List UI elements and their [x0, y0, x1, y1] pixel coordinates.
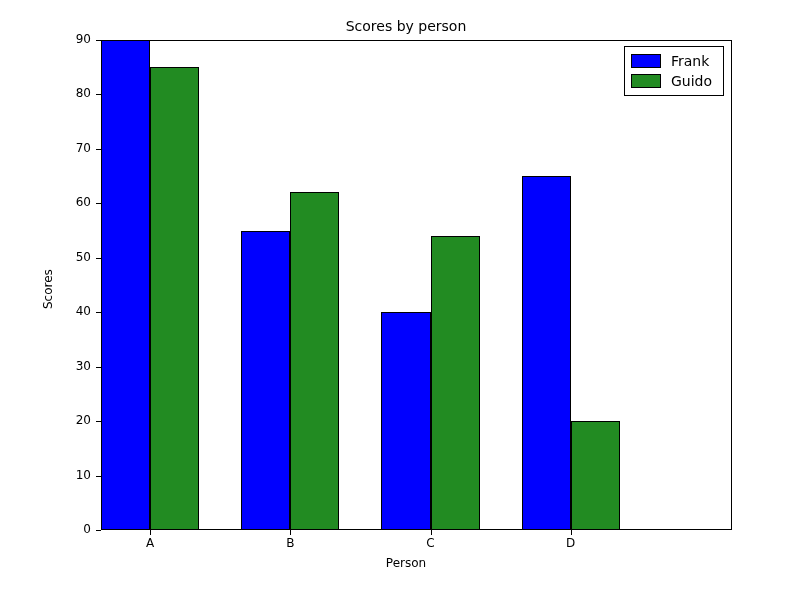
chart-title: Scores by person — [0, 18, 812, 34]
y-tick — [96, 530, 101, 531]
legend-swatch-icon — [631, 54, 661, 68]
x-tick — [150, 530, 151, 535]
y-tick-label: 90 — [59, 32, 91, 46]
legend-swatch-icon — [631, 74, 661, 88]
bar-guido-A — [150, 67, 199, 530]
y-tick-label: 20 — [59, 413, 91, 427]
x-tick-label: A — [130, 536, 170, 550]
bar-guido-C — [431, 236, 480, 530]
bar-frank-C — [381, 312, 430, 530]
bar-frank-A — [101, 40, 150, 530]
bar-guido-D — [571, 421, 620, 530]
y-tick-label: 50 — [59, 250, 91, 264]
x-tick-label: B — [270, 536, 310, 550]
legend-item: Guido — [631, 71, 717, 91]
bar-frank-B — [241, 231, 290, 530]
y-tick-label: 60 — [59, 195, 91, 209]
y-axis-label: Scores — [41, 269, 55, 309]
y-tick-label: 30 — [59, 359, 91, 373]
y-tick-label: 40 — [59, 304, 91, 318]
y-tick-label: 70 — [59, 141, 91, 155]
bar-frank-D — [522, 176, 571, 530]
chart-figure: Scores by person Scores Person FrankGuid… — [0, 0, 812, 612]
y-tick — [96, 40, 101, 41]
y-tick — [96, 149, 101, 150]
y-tick — [96, 203, 101, 204]
x-tick — [571, 530, 572, 535]
y-tick — [96, 94, 101, 95]
y-tick-label: 0 — [59, 522, 91, 536]
y-tick-label: 80 — [59, 86, 91, 100]
x-tick — [431, 530, 432, 535]
legend-label: Guido — [671, 73, 712, 89]
y-tick — [96, 421, 101, 422]
y-tick-label: 10 — [59, 468, 91, 482]
legend: FrankGuido — [624, 46, 724, 96]
x-tick-label: D — [551, 536, 591, 550]
y-tick — [96, 312, 101, 313]
x-tick-label: C — [411, 536, 451, 550]
legend-item: Frank — [631, 51, 717, 71]
legend-label: Frank — [671, 53, 709, 69]
y-tick — [96, 367, 101, 368]
y-tick — [96, 258, 101, 259]
y-tick — [96, 476, 101, 477]
x-axis-label: Person — [0, 556, 812, 570]
x-tick — [290, 530, 291, 535]
bar-guido-B — [290, 192, 339, 530]
